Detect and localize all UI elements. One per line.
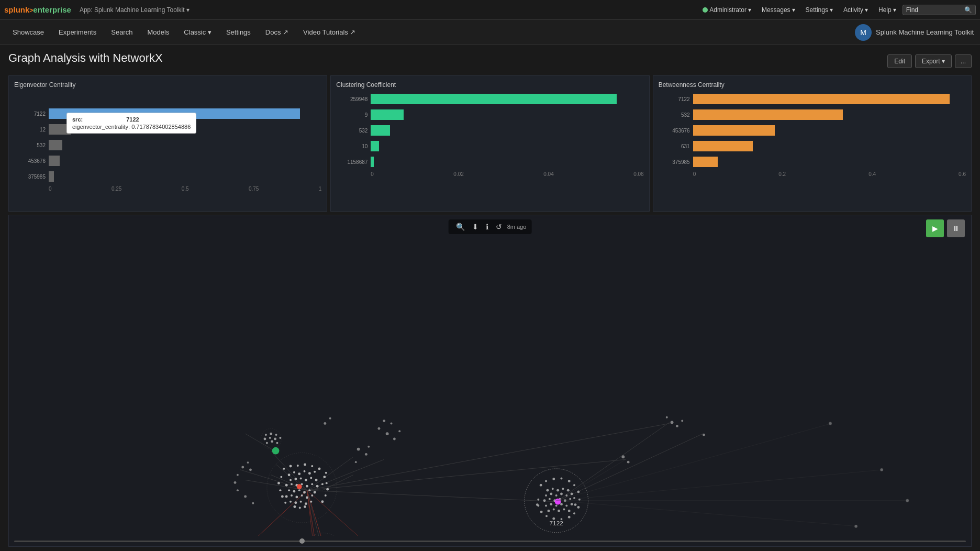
eigenvector-chart-title: Eigenvector Centrality <box>14 81 321 89</box>
svg-point-212 <box>671 421 674 424</box>
settings-menu[interactable]: Settings ▾ <box>801 4 837 16</box>
svg-point-44 <box>288 489 290 491</box>
svg-point-76 <box>297 465 299 467</box>
svg-point-202 <box>241 466 244 468</box>
bar-label: 259948 <box>336 96 368 102</box>
betweenness-bars: 7122 532 453676 <box>659 93 966 168</box>
bar-row: 9 <box>336 108 643 121</box>
bar-label: 532 <box>14 142 46 148</box>
svg-point-226 <box>880 468 883 471</box>
bar-track <box>693 157 966 167</box>
network-toolbar: 🔍 ⬇ ℹ ↺ 8m ago <box>449 219 532 234</box>
nav-settings[interactable]: Settings <box>220 25 257 39</box>
nav-experiments[interactable]: Experiments <box>52 25 103 39</box>
play-controls: ▶ ⏸ <box>926 219 965 237</box>
bar-track <box>371 141 643 151</box>
time-label: 8m ago <box>507 224 527 230</box>
secondary-navigation: Showcase Experiments Search Models Class… <box>0 20 980 45</box>
nav-search[interactable]: Search <box>105 25 139 39</box>
info-button[interactable]: ℹ <box>484 222 491 232</box>
svg-point-56 <box>289 501 292 503</box>
clustering-chart-body: 259948 9 532 <box>336 93 643 197</box>
zoom-in-button[interactable]: 🔍 <box>454 222 467 232</box>
edit-button[interactable]: Edit <box>887 54 912 68</box>
svg-point-215 <box>666 416 668 418</box>
find-label: Find <box>906 6 918 14</box>
download-button[interactable]: ⬇ <box>470 222 481 232</box>
svg-point-25 <box>293 471 295 473</box>
play-button[interactable]: ▶ <box>926 219 944 237</box>
svg-point-179 <box>561 478 563 480</box>
svg-point-49 <box>314 491 316 494</box>
activity-menu[interactable]: Activity ▾ <box>839 4 872 16</box>
nav-docs[interactable]: Docs ↗ <box>259 25 295 39</box>
svg-point-151 <box>555 494 558 497</box>
svg-point-209 <box>247 461 249 464</box>
splunk-logo: splunk> <box>4 5 33 14</box>
timeline-slider[interactable] <box>9 536 971 546</box>
bar-label: 375985 <box>14 174 46 180</box>
messages-menu[interactable]: Messages ▾ <box>758 4 799 16</box>
administrator-menu[interactable]: Administrator ▾ <box>698 4 755 16</box>
svg-point-124 <box>275 434 277 436</box>
bar-label: 10 <box>336 144 368 149</box>
export-button[interactable]: Export ▾ <box>915 54 952 68</box>
app-name-label[interactable]: App: Splunk Machine Learning Toolkit ▾ <box>80 6 190 14</box>
svg-point-62 <box>299 507 301 509</box>
find-area[interactable]: Find 🔍 <box>903 5 976 15</box>
bar-label: 12 <box>14 127 46 133</box>
betweenness-x-axis: 0 0.2 0.4 0.6 <box>693 171 966 177</box>
svg-point-153 <box>565 494 567 497</box>
more-button[interactable]: ... <box>955 54 972 68</box>
eigenvector-tooltip: src: 7122 eigenvector_centrality: 0.7178… <box>66 113 196 134</box>
pause-button[interactable]: ⏸ <box>947 219 965 237</box>
bar-label: 631 <box>659 144 690 149</box>
svg-point-32 <box>300 478 302 480</box>
bar-row: 631 <box>659 140 966 152</box>
svg-point-61 <box>293 505 296 508</box>
svg-point-43 <box>321 483 324 485</box>
svg-point-201 <box>355 461 357 463</box>
svg-point-82 <box>272 447 280 455</box>
nav-video-tutorials[interactable]: Video Tutorials ↗ <box>297 25 362 39</box>
betweenness-chart-body: 7122 532 453676 <box>659 93 966 197</box>
bar-row: 453676 <box>14 155 321 167</box>
app-logo-area: M Splunk Machine Learning Toolkit <box>855 24 974 41</box>
enterprise-logo: enterprise <box>33 5 71 14</box>
nav-showcase[interactable]: Showcase <box>6 25 50 39</box>
svg-point-176 <box>540 484 542 487</box>
eigenvector-chart-body: src: 7122 eigenvector_centrality: 0.7178… <box>14 107 321 212</box>
svg-point-166 <box>571 503 573 505</box>
bar-row: 1158687 <box>336 156 643 168</box>
app-logo-text: Splunk Machine Learning Toolkit <box>876 28 974 36</box>
svg-point-30 <box>289 479 292 481</box>
nav-models[interactable]: Models <box>141 25 175 39</box>
svg-point-78 <box>311 465 313 467</box>
bar-fill <box>693 94 950 104</box>
bar-fill <box>371 141 379 151</box>
slider-thumb[interactable] <box>299 538 305 544</box>
svg-point-203 <box>237 474 239 476</box>
svg-point-163 <box>555 505 558 507</box>
svg-point-147 <box>562 488 564 490</box>
charts-row: Eigenvector Centrality src: 7122 eigenve… <box>8 75 972 212</box>
nav-classic[interactable]: Classic ▾ <box>177 25 218 39</box>
betweenness-chart-title: Betweenness Centrality <box>659 81 966 89</box>
refresh-button[interactable]: ↺ <box>494 222 504 232</box>
svg-point-178 <box>552 478 555 480</box>
find-input[interactable] <box>920 6 962 14</box>
svg-rect-0 <box>9 218 971 544</box>
admin-status-dot <box>703 7 708 13</box>
app-logo[interactable]: splunk> enterprise <box>4 5 71 14</box>
bar-row: 259948 <box>336 93 643 105</box>
svg-text:7122: 7122 <box>550 520 563 526</box>
bar-label: 7122 <box>659 96 690 102</box>
svg-point-58 <box>300 501 302 503</box>
svg-point-127 <box>274 437 276 440</box>
svg-point-154 <box>571 493 573 495</box>
slider-track[interactable] <box>14 541 966 542</box>
help-menu[interactable]: Help ▾ <box>874 4 900 16</box>
bar-fill <box>371 94 616 104</box>
betweenness-chart-panel: Betweenness Centrality 7122 532 <box>653 75 972 212</box>
svg-point-217 <box>383 420 385 422</box>
